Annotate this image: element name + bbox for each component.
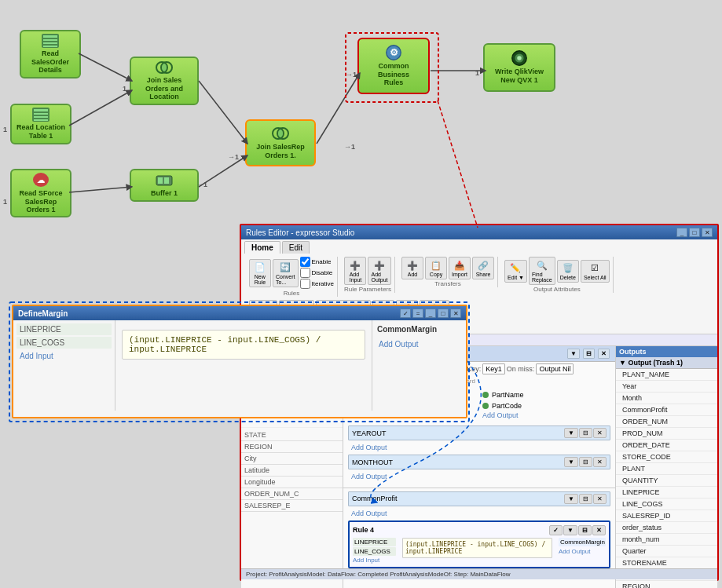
out-plant[interactable]: PLANT <box>616 463 717 475</box>
rule-close-btn[interactable]: ✕ <box>598 349 610 359</box>
join-salesrep-node[interactable]: Join SalesRep Orders 1. <box>245 119 316 166</box>
input-order-num-c[interactable]: ORDER_NUM_C <box>241 488 343 500</box>
monthout-toggle[interactable]: ▼ <box>564 457 578 467</box>
dm-close-btn[interactable]: ✕ <box>450 309 461 318</box>
cp-settings[interactable]: ⊟ <box>579 494 592 504</box>
rule-collapse-btn[interactable]: ▼ <box>567 349 580 359</box>
out-commonprofit[interactable]: CommonProfit <box>616 404 717 416</box>
new-rule-btn[interactable]: 📄 NewRule <box>249 259 271 287</box>
dm-add-input[interactable]: Add Input <box>16 350 112 362</box>
buffer-node[interactable]: Buffer 1 <box>130 169 199 202</box>
on-miss-value[interactable]: Output Nil <box>536 363 574 374</box>
select-all-btn[interactable]: ☑ Select All <box>581 260 610 283</box>
disable-checkbox[interactable]: Disable <box>300 268 334 278</box>
rule4-close[interactable]: ✕ <box>592 525 606 535</box>
out-region[interactable]: REGION <box>616 581 717 588</box>
out-lineprice[interactable]: LINEPRICE <box>616 487 717 499</box>
monthout-close[interactable]: ✕ <box>593 457 607 467</box>
rule4-check[interactable]: ✓ <box>549 525 563 535</box>
out-quantity[interactable]: QUANTITY <box>616 475 717 487</box>
read-sales-order-node[interactable]: Read SalesOrder Details <box>20 30 81 79</box>
out-plant-name[interactable]: PLANT_NAME <box>616 369 717 381</box>
dm-eq-btn[interactable]: = <box>412 309 423 318</box>
add-output-yearout[interactable]: Add Output <box>348 442 610 453</box>
copy-transfer-btn[interactable]: 📋 Copy <box>425 257 447 279</box>
input-city[interactable]: City <box>241 453 343 465</box>
out-month[interactable]: Month <box>616 393 717 404</box>
svg-point-24 <box>162 64 167 71</box>
rule4-formula-area: (input.LINEPRICE - input.LINE_COGS) /inp… <box>402 538 552 564</box>
edit-tab[interactable]: Edit <box>282 241 310 254</box>
input-region[interactable]: REGION <box>241 441 343 453</box>
input-salesrep-e[interactable]: SALESREP_E <box>241 500 343 512</box>
add-output-monthout[interactable]: Add Output <box>348 471 610 482</box>
key-value[interactable]: Key1 <box>482 363 505 374</box>
add-output-btn[interactable]: ➕ AddOutput <box>368 257 390 285</box>
rule4-add-input[interactable]: Add Input <box>353 557 396 564</box>
close-btn[interactable]: ✕ <box>702 228 713 237</box>
yearout-close[interactable]: ✕ <box>593 428 607 438</box>
read-sforce-node[interactable]: ☁ Read SForce SalesRep Orders 1 <box>10 169 71 217</box>
add-input-btn[interactable]: ➕ AddInput <box>344 257 366 285</box>
dm-check-btn[interactable]: ✓ <box>400 309 411 318</box>
status-bar: Project: ProfitAnalysisModel: DataFlow: … <box>241 568 717 579</box>
convert-icon: 🔄 <box>279 261 291 274</box>
out-salesrep-id[interactable]: SALESREP_ID <box>616 510 717 522</box>
import-btn[interactable]: 📥 Import <box>449 257 471 279</box>
enable-checkbox[interactable]: Enable <box>300 257 334 267</box>
maximize-btn[interactable]: □ <box>689 228 700 237</box>
find-replace-btn[interactable]: 🔍 FindReplace <box>529 257 555 285</box>
out-storename[interactable]: STORENAME <box>616 557 717 569</box>
yearout-toggle[interactable]: ▼ <box>564 428 578 438</box>
read-sales-label: Read SalesOrder Details <box>31 49 69 75</box>
port-label-1: 1 <box>123 85 126 93</box>
out-store-code[interactable]: STORE_CODE <box>616 451 717 463</box>
home-tab[interactable]: Home <box>244 241 280 254</box>
transform-node[interactable]: ⚙ Common Business Rules <box>357 38 430 94</box>
out-prod-num[interactable]: PROD_NUM <box>616 428 717 440</box>
define-margin-title: DefineMargin <box>18 309 68 318</box>
out-year[interactable]: Year <box>616 381 717 393</box>
read-location-node[interactable]: Read Location Table 1 <box>10 104 71 144</box>
join-sales-location-node[interactable]: Join Sales Orders and Location <box>130 57 199 105</box>
input-latitude[interactable]: Latitude <box>241 465 343 477</box>
write-qlik-node[interactable]: Write QlikView New QVX 1 <box>483 43 555 92</box>
svg-text:⚙: ⚙ <box>390 46 398 57</box>
add-transfer-icon: ➕ <box>406 259 419 272</box>
add-transfer-btn[interactable]: ➕ Add <box>401 257 423 279</box>
dm-output: CommonMargin Add Output <box>372 320 466 411</box>
out-quarter[interactable]: Quarter <box>616 546 717 557</box>
add-output-cp[interactable]: Add Output <box>348 508 610 519</box>
out-order-date[interactable]: ORDER_DATE <box>616 440 717 451</box>
delete-btn[interactable]: 🗑️ Delete <box>557 260 579 283</box>
add-input-icon: ➕ <box>349 259 361 272</box>
minimize-btn[interactable]: _ <box>676 228 687 237</box>
out-order-num[interactable]: ORDER_NUM <box>616 416 717 428</box>
edit-btn[interactable]: ✏️ Edit ▼ <box>504 260 527 283</box>
dm-min-btn[interactable]: _ <box>425 309 436 318</box>
dm-max-btn[interactable]: □ <box>438 309 449 318</box>
port-label-3: →1 <box>228 153 239 161</box>
rule4-add-output[interactable]: Add Output <box>559 548 606 555</box>
rule4-line-cogs: LINE_COGS <box>353 547 396 556</box>
cp-toggle[interactable]: ▼ <box>564 494 578 504</box>
input-longitude[interactable]: Longitude <box>241 477 343 488</box>
add-output-link[interactable]: Add Output <box>482 411 610 419</box>
rule4-settings[interactable]: ⊟ <box>578 525 592 535</box>
out-order-status[interactable]: order_status <box>616 522 717 534</box>
convert-btn[interactable]: 🔄 ConvertTo... <box>273 259 299 287</box>
cp-close[interactable]: ✕ <box>593 494 607 504</box>
read-table-icon <box>41 34 60 48</box>
rule-settings-btn[interactable]: ⊟ <box>583 349 595 359</box>
monthout-settings[interactable]: ⊟ <box>579 457 592 467</box>
share-btn[interactable]: 🔗 Share <box>472 257 494 279</box>
buffer-icon <box>155 173 174 188</box>
dm-add-output[interactable]: Add Output <box>376 338 463 350</box>
iterative-checkbox[interactable]: Iterative <box>300 279 334 289</box>
out-line-cogs[interactable]: LINE_COGS <box>616 499 717 510</box>
share-icon: 🔗 <box>477 259 489 272</box>
rule4-toggle[interactable]: ▼ <box>563 525 577 535</box>
out-month-num[interactable]: month_num <box>616 534 717 546</box>
svg-rect-16 <box>34 109 48 111</box>
yearout-settings[interactable]: ⊟ <box>579 428 592 438</box>
